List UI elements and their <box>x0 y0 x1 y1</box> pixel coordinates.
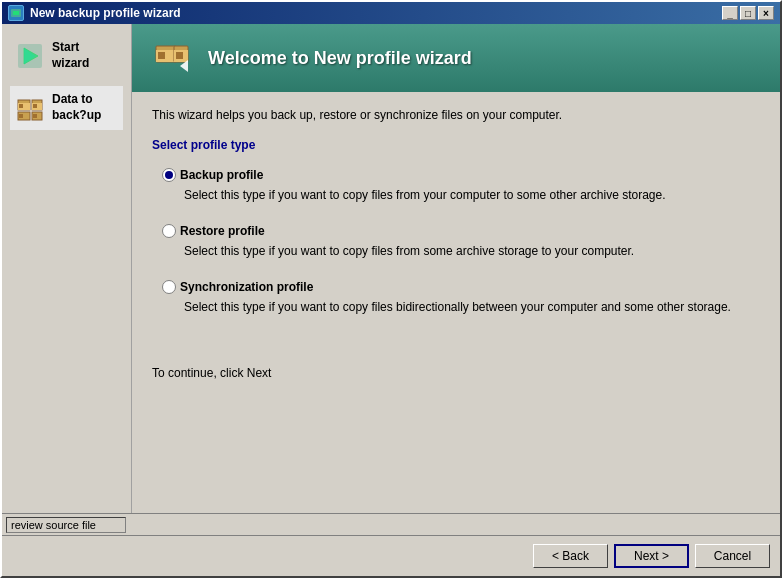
window-body: Start wizard <box>2 24 780 513</box>
svg-rect-10 <box>33 104 37 108</box>
synchronization-profile-description: Select this type if you want to copy fil… <box>184 298 760 316</box>
header-title: Welcome to New profile wizard <box>208 48 472 69</box>
continue-text: To continue, click Next <box>152 356 760 380</box>
header-icon <box>152 38 192 78</box>
back-button[interactable]: < Back <box>533 544 608 568</box>
svg-rect-20 <box>176 52 183 59</box>
synchronization-profile-option: Synchronization profile Select this type… <box>152 280 760 316</box>
section-title: Select profile type <box>152 138 760 152</box>
close-button[interactable]: × <box>758 6 774 20</box>
sidebar-item-data-to-backup-label: Data to back?up <box>52 92 119 123</box>
maximize-button[interactable]: □ <box>740 6 756 20</box>
start-wizard-icon <box>14 40 46 72</box>
window-icon <box>8 5 24 21</box>
status-field: review source file <box>6 517 126 533</box>
backup-profile-label: Backup profile <box>180 168 263 182</box>
sidebar-item-start-wizard[interactable]: Start wizard <box>10 34 123 78</box>
synchronization-profile-header: Synchronization profile <box>162 280 760 294</box>
next-button[interactable]: Next > <box>614 544 689 568</box>
backup-profile-description: Select this type if you want to copy fil… <box>184 186 760 204</box>
main-window: New backup profile wizard _ □ × Start wi… <box>0 0 782 578</box>
window-title: New backup profile wizard <box>30 6 181 20</box>
data-to-backup-icon <box>14 92 46 124</box>
svg-rect-17 <box>158 52 165 59</box>
synchronization-profile-label: Synchronization profile <box>180 280 313 294</box>
svg-rect-12 <box>19 114 23 118</box>
backup-profile-radio[interactable] <box>162 168 176 182</box>
bottom-bar: < Back Next > Cancel <box>2 535 780 576</box>
backup-profile-option: Backup profile Select this type if you w… <box>152 168 760 204</box>
cancel-button[interactable]: Cancel <box>695 544 770 568</box>
restore-profile-option: Restore profile Select this type if you … <box>152 224 760 260</box>
minimize-button[interactable]: _ <box>722 6 738 20</box>
backup-profile-header: Backup profile <box>162 168 760 182</box>
title-bar: New backup profile wizard _ □ × <box>2 2 780 24</box>
sidebar-item-data-to-backup[interactable]: Data to back?up <box>10 86 123 130</box>
title-bar-left: New backup profile wizard <box>8 5 181 21</box>
restore-profile-label: Restore profile <box>180 224 265 238</box>
svg-rect-14 <box>33 114 37 118</box>
main-content: Welcome to New profile wizard This wizar… <box>132 24 780 513</box>
main-body: This wizard helps you back up, restore o… <box>132 92 780 513</box>
restore-profile-radio[interactable] <box>162 224 176 238</box>
title-bar-controls: _ □ × <box>722 6 774 20</box>
restore-profile-header: Restore profile <box>162 224 760 238</box>
sidebar: Start wizard <box>2 24 132 513</box>
intro-text: This wizard helps you back up, restore o… <box>152 108 760 122</box>
synchronization-profile-radio[interactable] <box>162 280 176 294</box>
restore-profile-description: Select this type if you want to copy fil… <box>184 242 760 260</box>
svg-rect-7 <box>19 104 23 108</box>
svg-rect-1 <box>13 11 19 15</box>
main-header: Welcome to New profile wizard <box>132 24 780 92</box>
status-bar: review source file <box>2 513 780 535</box>
sidebar-item-start-wizard-label: Start wizard <box>52 40 119 71</box>
